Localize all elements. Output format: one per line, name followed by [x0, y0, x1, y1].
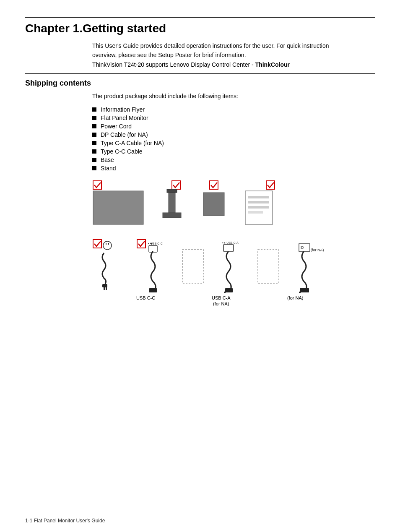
svg-rect-36 [299, 292, 301, 293]
svg-rect-27 [223, 245, 234, 251]
svg-rect-1 [93, 191, 143, 224]
chapter-title: Chapter 1.Getting started [25, 22, 375, 35]
placeholder1-svg [180, 239, 205, 293]
list-item: Type C-C Cable [92, 148, 375, 155]
items-list: Information Flyer Flat Panel Monitor Pow… [92, 106, 375, 172]
svg-rect-22 [149, 245, 157, 252]
diagram-dp-cable: D (for NA) (for NA) [287, 239, 325, 301]
footer-text: 1-1 Flat Panel Monitor User's Guide [25, 518, 105, 524]
type-ca-svg: ▪◄ USB C-A [212, 239, 249, 293]
svg-text:USB C-C: USB C-C [151, 242, 163, 245]
bullet [92, 133, 96, 137]
bullet [92, 166, 96, 170]
bullet [92, 124, 96, 128]
flyer-svg [243, 180, 285, 226]
diagram-flyer [243, 180, 285, 226]
svg-rect-7 [203, 193, 224, 216]
list-item: DP Cable (for NA) [92, 131, 375, 138]
section-title: Shipping contents [25, 79, 375, 88]
svg-rect-19 [104, 287, 105, 290]
svg-rect-4 [163, 213, 181, 218]
svg-rect-26 [182, 250, 203, 283]
type-cc-svg: ▪◄ USB C-C [136, 239, 174, 293]
svg-rect-18 [102, 284, 107, 287]
top-border [25, 17, 375, 18]
list-item: Type C-A Cable (for NA) [92, 140, 375, 146]
list-item: Stand [92, 165, 375, 172]
svg-rect-13 [248, 211, 263, 214]
intro-line3-plain: ThinkVision T24t-20 supports Lenovo Disp… [92, 61, 255, 68]
section-divider [25, 73, 375, 74]
bullet [92, 107, 96, 112]
footer: 1-1 Flat Panel Monitor User's Guide [25, 515, 375, 524]
page: Chapter 1.Getting started This User's Gu… [0, 0, 400, 532]
svg-text:▪◄ USB C-A: ▪◄ USB C-A [222, 241, 239, 244]
diagram-base [197, 180, 231, 226]
svg-rect-11 [248, 201, 269, 203]
svg-rect-20 [106, 287, 107, 290]
diagram-dp-label: (for NA) [287, 295, 304, 301]
placeholder2-svg [256, 239, 281, 293]
diagrams-row1 [92, 180, 375, 226]
intro-line3-bold: ThinkColour [255, 61, 290, 68]
diagram-ca-label: USB C-A(for NA) [212, 295, 231, 307]
bullet [92, 141, 96, 145]
monitor-svg [92, 180, 147, 226]
svg-text:(for NA): (for NA) [311, 248, 324, 252]
svg-rect-25 [149, 288, 157, 292]
dp-cable-svg: D (for NA) [287, 239, 325, 293]
diagram-cc-label: USB C-C [136, 295, 155, 301]
section-content: The product package should include the f… [92, 93, 375, 307]
diagrams-row2: ▪◄ USB C-C USB C-C [92, 239, 375, 307]
diagram-placeholder1 [180, 239, 205, 293]
svg-rect-5 [167, 189, 177, 193]
svg-rect-30 [224, 292, 226, 293]
svg-rect-29 [225, 288, 233, 292]
list-item: Power Cord [92, 123, 375, 130]
diagram-monitor [92, 180, 147, 226]
power-cord-svg [92, 239, 130, 293]
diagram-type-ca: ▪◄ USB C-A USB C-A(for NA) [212, 239, 249, 307]
stand-svg [159, 180, 184, 226]
svg-rect-3 [169, 191, 175, 214]
bullet [92, 116, 96, 120]
diagram-power-cord [92, 239, 130, 293]
svg-rect-35 [300, 288, 309, 292]
svg-rect-12 [248, 206, 269, 209]
diagram-stand [159, 180, 184, 226]
base-svg [197, 180, 231, 226]
bullet [92, 149, 96, 154]
bullet [92, 158, 96, 162]
list-item: Flat Panel Monitor [92, 115, 375, 121]
diagram-type-cc: ▪◄ USB C-C USB C-C [136, 239, 174, 301]
intro-line2: overview, please see the Setup Poster fo… [92, 52, 246, 58]
diagram-placeholder2 [256, 239, 281, 293]
svg-rect-31 [258, 250, 279, 283]
list-item: Information Flyer [92, 106, 375, 113]
intro-line1: This User's Guide provides detailed oper… [92, 42, 329, 49]
product-text: The product package should include the f… [92, 93, 375, 99]
svg-point-15 [103, 241, 112, 250]
list-item: Base [92, 156, 375, 163]
intro-text: This User's Guide provides detailed oper… [92, 41, 375, 69]
svg-text:D: D [301, 245, 304, 250]
svg-rect-10 [248, 196, 269, 198]
